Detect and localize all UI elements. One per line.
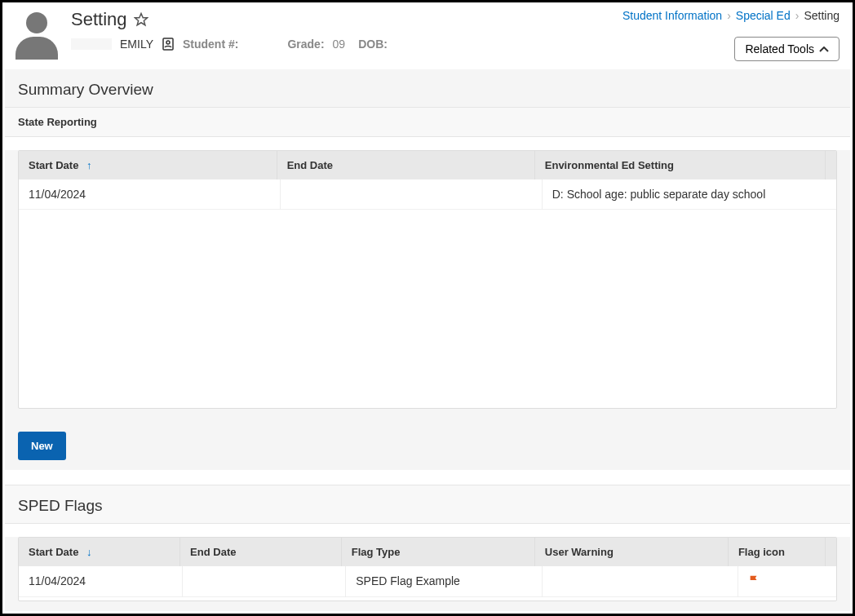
avatar	[16, 12, 58, 61]
column-end-date[interactable]: End Date	[180, 538, 342, 566]
state-reporting-scroll[interactable]: 11/04/2024 D: School age: public separat…	[19, 179, 836, 408]
column-start-date[interactable]: Start Date ↓	[19, 538, 180, 566]
column-flag-type[interactable]: Flag Type	[341, 538, 534, 566]
column-env-setting[interactable]: Environmental Ed Setting	[534, 151, 825, 179]
chevron-right-icon: ›	[727, 9, 731, 22]
sped-flags-table: Start Date ↓ End Date Flag Type User War…	[18, 537, 837, 601]
column-end-date[interactable]: End Date	[277, 151, 534, 179]
sort-desc-icon: ↓	[86, 546, 92, 558]
action-bar: New	[5, 422, 850, 470]
chevron-right-icon: ›	[795, 9, 800, 22]
page-header: Setting EMILY Student #:	[2, 2, 853, 61]
grade-value: 09	[333, 38, 346, 51]
student-name: EMILY	[120, 38, 153, 51]
table-row[interactable]: 11/04/2024 D: School age: public separat…	[19, 179, 836, 210]
state-reporting-subheader: State Reporting	[5, 107, 850, 137]
sped-flags-scroll[interactable]: 11/04/2024 SPED Flag Example	[19, 566, 836, 600]
table-row[interactable]: 11/04/2024 SPED Flag Example	[19, 566, 836, 597]
cell-end-date	[281, 179, 543, 210]
content-area[interactable]: Summary Overview State Reporting Start D…	[5, 69, 850, 611]
breadcrumb: Student Information › Special Ed › Setti…	[622, 9, 839, 22]
dob-label: DOB:	[358, 38, 388, 51]
breadcrumb-current: Setting	[804, 9, 839, 22]
summary-overview-header: Summary Overview	[5, 69, 850, 107]
breadcrumb-link-2[interactable]: Special Ed	[736, 9, 791, 22]
related-tools-label: Related Tools	[745, 42, 814, 55]
column-flag-icon[interactable]: Flag icon	[728, 538, 825, 566]
svg-point-2	[166, 41, 170, 44]
cell-env-setting: D: School age: public separate day schoo…	[542, 179, 836, 210]
cell-flag-icon	[738, 566, 836, 597]
column-user-warning[interactable]: User Warning	[534, 538, 728, 566]
page-title: Setting	[71, 9, 127, 30]
id-badge-icon	[162, 37, 175, 51]
new-button[interactable]: New	[18, 432, 66, 460]
chevron-up-icon	[819, 42, 829, 55]
student-info-row: EMILY Student #: Grade: 09 DOB:	[71, 37, 839, 51]
cell-flag-type: SPED Flag Example	[346, 566, 542, 597]
flag-icon	[748, 575, 760, 588]
cell-user-warning	[542, 566, 738, 597]
grade-label: Grade:	[287, 38, 324, 51]
svg-marker-0	[135, 14, 147, 25]
star-icon[interactable]	[134, 12, 148, 27]
column-start-date[interactable]: Start Date ↑	[19, 151, 277, 179]
breadcrumb-link-1[interactable]: Student Information	[622, 9, 722, 22]
cell-start-date: 11/04/2024	[19, 179, 281, 210]
student-number-label: Student #:	[183, 38, 238, 51]
sort-asc-icon: ↑	[86, 159, 92, 171]
sped-flags-header: SPED Flags	[5, 485, 850, 524]
cell-start-date: 11/04/2024	[19, 566, 182, 597]
cell-end-date	[182, 566, 345, 597]
related-tools-button[interactable]: Related Tools	[734, 37, 839, 61]
state-reporting-table: Start Date ↑ End Date Environmental Ed S…	[18, 150, 837, 409]
